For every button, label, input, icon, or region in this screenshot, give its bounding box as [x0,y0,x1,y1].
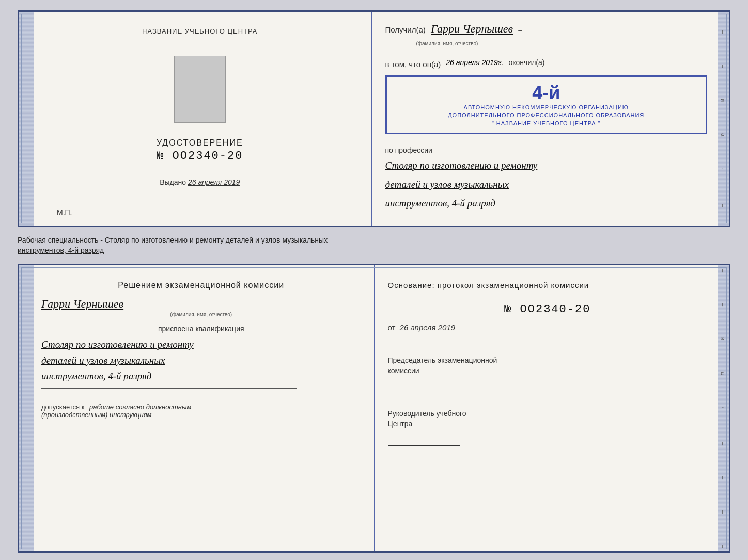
qual-line3: инструментов, 4-й разряд [41,369,361,384]
side-dash-3: – [720,303,726,306]
qual-line2: деталей и узлов музыкальных [41,353,361,369]
side-dash-2: – [720,269,726,272]
bottom-right-panel: Основание: протокол экзаменационной коми… [375,265,718,551]
side-letter-2: – [720,65,726,68]
right-decorative-strip-bottom: – – – и а ← – – – – – [718,265,729,551]
side-letter-dash1: – [720,204,726,207]
profession-line1: Столяр по изготовлению и ремонту [385,158,708,173]
diploma-right-panel: Получил(а) Гарри Чернышев – (фамилия, им… [372,12,718,226]
side-letter-1: – [720,30,726,34]
training-center-title: НАЗВАНИЕ УЧЕБНОГО ЦЕНТРА [142,27,257,35]
side-and-b: и [720,337,726,340]
cert-number: № OO2340-20 [157,150,243,163]
side-dash-7: – [720,545,726,548]
fio-label-top: (фамилия, имя, отчество) [416,41,708,46]
chairman-block: Председатель экзаменационной комиссии [388,356,708,401]
head-block: Руководитель учебного Центра [388,409,708,454]
stamp-rank: 4-й [394,82,699,104]
recipient-prefix: Получил(а) [385,25,426,34]
issued-label: Выдано [160,178,186,186]
head-signature-line [388,440,460,446]
chair-label: Председатель экзаменационной комиссии [388,356,708,376]
fio-label-bottom: (фамилия, имя, отчество) [41,312,361,317]
cert-label: УДОСТОВЕРЕНИЕ [157,138,243,148]
diploma-top: НАЗВАНИЕ УЧЕБНОГО ЦЕНТРА УДОСТОВЕРЕНИЕ №… [18,10,730,227]
vtom-prefix: в том, что он(а) [385,60,441,69]
mp-label: М.П. [57,208,72,216]
okoncil-label: окончил(а) [509,58,545,67]
recipient-name: Гарри Чернышев [431,22,513,35]
side-dash-5: – [720,476,726,479]
photo-placeholder [174,56,226,123]
vtom-date: 26 апреля 2019г. [446,58,503,67]
recipient-line: Получил(а) Гарри Чернышев – [385,22,708,36]
allowed-value2: (производственным) инструкциям [41,411,152,419]
side-a-b: а [720,372,726,375]
profession-label: по профессии [385,146,708,154]
allowed-value: работе согласно должностным [89,403,191,411]
allowed-text: допускается к работе согласно должностны… [41,403,361,419]
protocol-date: от 26 апреля 2019 [388,323,708,332]
assigned-label: присвоена квалификация [41,325,361,333]
side-letter-and: и [720,99,726,102]
right-decorative-strip-top: – – и а ← – [718,12,729,226]
bottom-left-panel: Решением экзаменационной комиссии Гарри … [34,265,375,551]
diploma-left-panel: НАЗВАНИЕ УЧЕБНОГО ЦЕНТРА УДОСТОВЕРЕНИЕ №… [34,12,372,226]
date-prefix: от [388,323,396,332]
commission-title: Решением экзаменационной комиссии [41,281,361,290]
protocol-number: № OO2340-20 [388,303,708,316]
left-decorative-strip-bottom [19,265,34,551]
head-label: Руководитель учебного Центра [388,409,708,429]
chair-signature-line [388,386,460,392]
left-decorative-strip [19,12,34,226]
date-value: 26 апреля 2019 [400,323,456,332]
person-name-bottom: Гарри Чернышев [41,297,361,311]
stamp-line1: АВТОНОМНУЮ НЕКОММЕРЧЕСКУЮ ОРГАНИЗАЦИЮ [394,104,699,111]
vtom-line: в том, что он(а) 26 апреля 2019г. окончи… [385,56,708,69]
separator-line1: Рабочая специальность - Столяр по изгото… [18,236,328,244]
separator-section: Рабочая специальность - Столяр по изгото… [18,233,730,258]
profession-line3: инструментов, 4-й разряд [385,196,708,211]
stamp-line2: ДОПОЛНИТЕЛЬНОГО ПРОФЕССИОНАЛЬНОГО ОБРАЗО… [394,111,699,119]
allowed-prefix: допускается к [41,403,84,411]
issued-date: 26 апреля 2019 [188,178,240,186]
side-arrow-b: ← [720,406,726,411]
stamp-line3: " НАЗВАНИЕ УЧЕБНОГО ЦЕНТРА " [394,120,699,127]
side-dash-6: – [720,510,726,514]
diploma-bottom: Решением экзаменационной комиссии Гарри … [18,264,730,553]
profession-line2: деталей и узлов музыкальных [385,178,708,193]
separator-line2: инструментов, 4-й разряд [18,246,104,254]
stamp-box: 4-й АВТОНОМНУЮ НЕКОММЕРЧЕСКУЮ ОРГАНИЗАЦИ… [385,75,708,134]
issued-line: Выдано 26 апреля 2019 [160,178,240,186]
side-dash-4: – [720,442,726,445]
side-letter-arrow: ← [720,167,726,173]
basis-title: Основание: протокол экзаменационной коми… [388,281,708,290]
qual-line1: Столяр по изготовлению и ремонту [41,337,361,353]
side-letter-a: а [720,133,726,136]
